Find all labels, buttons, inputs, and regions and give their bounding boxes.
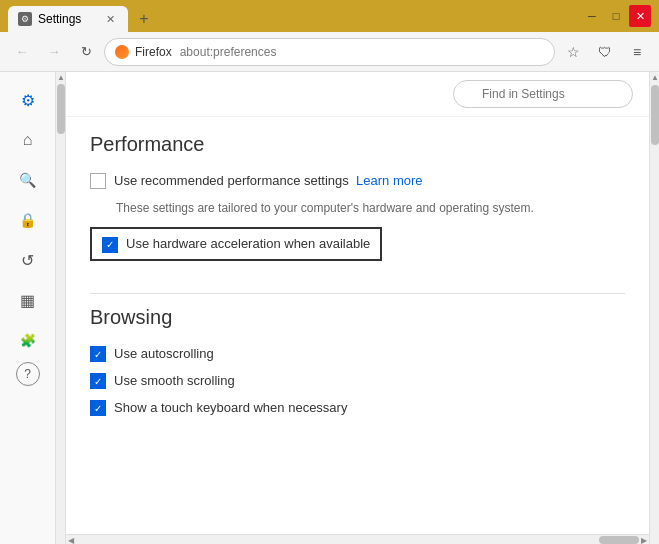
v-scroll-thumb[interactable] <box>651 85 659 145</box>
autoscroll-label-text: Use autoscrolling <box>114 346 214 361</box>
scroll-left-arrow[interactable]: ◀ <box>68 536 74 544</box>
bookmark-button[interactable]: ☆ <box>559 38 587 66</box>
autoscroll-checkbox[interactable]: ✓ <box>90 346 106 362</box>
sidebar-item-settings[interactable]: ⚙ <box>10 82 46 118</box>
sidebar-item-extensions[interactable]: 🧩 <box>10 322 46 358</box>
new-tab-button[interactable]: + <box>132 7 156 31</box>
autoscroll-label: Use autoscrolling <box>114 346 214 361</box>
hw-accel-checkbox[interactable]: ✓ <box>102 237 118 253</box>
settings-tab[interactable]: ⚙ Settings ✕ <box>8 6 128 32</box>
sidebar-item-help[interactable]: ? <box>16 362 40 386</box>
restore-button[interactable]: □ <box>605 5 627 27</box>
recommended-hint: These settings are tailored to your comp… <box>116 200 625 217</box>
horizontal-scrollbar: ◀ ▶ <box>66 534 649 544</box>
find-bar: 🔍 <box>66 72 649 117</box>
reload-button[interactable]: ↻ <box>72 38 100 66</box>
toolbar-icons: ☆ 🛡 ≡ <box>559 38 651 66</box>
titlebar: ⚙ Settings ✕ + ─ □ ✕ <box>0 0 659 32</box>
menu-button[interactable]: ≡ <box>623 38 651 66</box>
smooth-scroll-row: ✓ Use smooth scrolling <box>90 372 625 389</box>
find-settings-input[interactable] <box>453 80 633 108</box>
window-controls: ─ □ ✕ <box>581 5 651 27</box>
scroll-up-btn[interactable]: ▲ <box>650 72 659 83</box>
hw-accel-container: ✓ Use hardware acceleration when availab… <box>90 227 625 277</box>
address-bar[interactable]: Firefox about:preferences <box>104 38 555 66</box>
settings-panel: Performance Use recommended performance … <box>66 117 649 534</box>
sidebar-item-search[interactable]: 🔍 <box>10 162 46 198</box>
hw-accel-row: ✓ Use hardware acceleration when availab… <box>90 227 382 261</box>
smooth-scroll-label-text: Use smooth scrolling <box>114 373 235 388</box>
touch-keyboard-label: Show a touch keyboard when necessary <box>114 400 347 415</box>
address-url: about:preferences <box>180 45 277 59</box>
performance-section: Performance Use recommended performance … <box>90 133 625 277</box>
forward-button[interactable]: → <box>40 38 68 66</box>
browsing-title: Browsing <box>90 306 625 329</box>
autoscroll-row: ✓ Use autoscrolling <box>90 345 625 362</box>
hw-accel-label: Use hardware acceleration when available <box>126 235 370 253</box>
toolbar: ← → ↻ Firefox about:preferences ☆ 🛡 ≡ <box>0 32 659 72</box>
sidebar: ⚙ ⌂ 🔍 🔒 ↺ ▦ 🧩 ? <box>0 72 56 544</box>
smooth-scroll-checkbox[interactable]: ✓ <box>90 373 106 389</box>
scroll-up-arrow[interactable]: ▲ <box>57 73 65 82</box>
h-scroll-thumb[interactable] <box>599 536 639 544</box>
main-content: 🔍 Performance Use recommended performanc… <box>66 72 649 544</box>
recommended-label: Use recommended performance settings Lea… <box>114 172 423 190</box>
performance-title: Performance <box>90 133 625 156</box>
tab-close-button[interactable]: ✕ <box>102 11 118 27</box>
settings-tab-icon: ⚙ <box>18 12 32 26</box>
tab-area: ⚙ Settings ✕ + <box>8 0 575 32</box>
content-area: ▲ 🔍 Performance Use r <box>56 72 659 544</box>
back-button[interactable]: ← <box>8 38 36 66</box>
section-divider <box>90 293 625 294</box>
find-input-wrapper: 🔍 <box>453 80 633 108</box>
recommended-checkbox[interactable] <box>90 173 106 189</box>
left-scrollbar: ▲ <box>56 72 66 544</box>
touch-keyboard-label-text: Show a touch keyboard when necessary <box>114 400 347 415</box>
shield-button[interactable]: 🛡 <box>591 38 619 66</box>
recommended-label-text: Use recommended performance settings <box>114 173 349 188</box>
scroll-thumb[interactable] <box>57 84 65 134</box>
settings-tab-label: Settings <box>38 12 81 26</box>
sidebar-item-home[interactable]: ⌂ <box>10 122 46 158</box>
minimize-button[interactable]: ─ <box>581 5 603 27</box>
touch-keyboard-checkbox[interactable]: ✓ <box>90 400 106 416</box>
browsing-section: Browsing ✓ Use autoscrolling ✓ Use smoot… <box>90 306 625 416</box>
firefox-icon <box>115 45 129 59</box>
scroll-right-arrow[interactable]: ▶ <box>641 536 647 544</box>
learn-more-link[interactable]: Learn more <box>356 173 422 188</box>
close-button[interactable]: ✕ <box>629 5 651 27</box>
smooth-scroll-label: Use smooth scrolling <box>114 373 235 388</box>
sidebar-item-addons[interactable]: ▦ <box>10 282 46 318</box>
touch-keyboard-row: ✓ Show a touch keyboard when necessary <box>90 399 625 416</box>
browser-body: ⚙ ⌂ 🔍 🔒 ↺ ▦ 🧩 ? ▲ 🔍 Perfor <box>0 72 659 544</box>
address-site: Firefox <box>135 45 172 59</box>
vertical-scrollbar: ▲ <box>649 72 659 544</box>
sidebar-item-sync[interactable]: ↺ <box>10 242 46 278</box>
recommended-row: Use recommended performance settings Lea… <box>90 172 625 190</box>
sidebar-item-privacy[interactable]: 🔒 <box>10 202 46 238</box>
